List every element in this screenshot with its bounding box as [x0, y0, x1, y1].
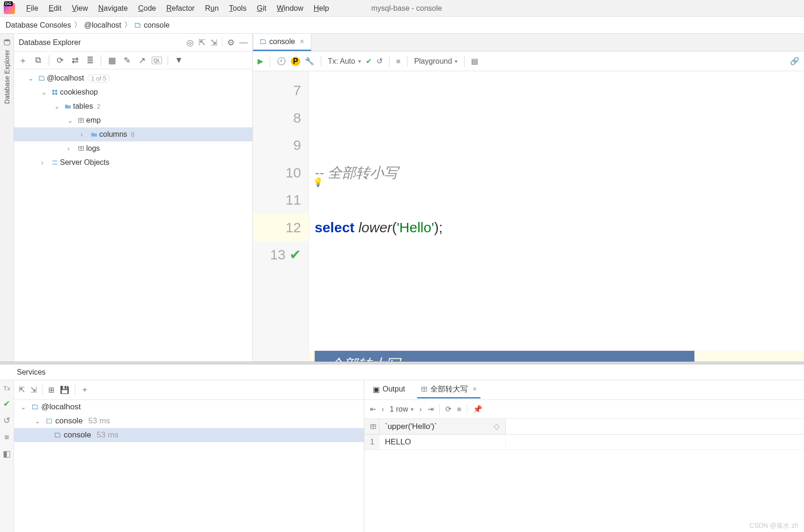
tree-server-objects[interactable]: › Server Objects	[14, 155, 252, 170]
expand-all-icon[interactable]: ⇱	[19, 385, 25, 394]
table-row[interactable]: 1 HELLO	[364, 435, 804, 450]
tree-columns[interactable]: › columns 8	[14, 127, 252, 141]
menu-help[interactable]: Help	[309, 2, 334, 15]
chevron-down-icon: ⌄	[67, 117, 76, 124]
edit-icon[interactable]: ✎	[122, 55, 132, 66]
rollback-icon[interactable]: ↺	[376, 57, 383, 66]
table-icon[interactable]: ▦	[107, 55, 117, 66]
stack-icon[interactable]: ≣	[85, 55, 95, 66]
jump-icon[interactable]: ↗	[137, 55, 147, 66]
rows-dropdown[interactable]: 1 row	[390, 405, 413, 414]
menu-view[interactable]: View	[67, 2, 92, 15]
main-menu: File Edit View Navigate Code Refactor Ru…	[22, 2, 334, 15]
code-lines[interactable]: -- 全部转小写 select lower('Hello'); 💡 -- 全部转…	[309, 71, 804, 362]
close-icon[interactable]: ×	[472, 385, 477, 393]
menu-run[interactable]: Run	[200, 2, 223, 15]
chevron-down-icon: ⌄	[54, 103, 63, 110]
tx-label[interactable]: Tx	[3, 385, 10, 392]
code-editor[interactable]: 7 8 9 10 11 12 13✔ -- 全部转小写 select lower…	[253, 71, 804, 362]
check-icon[interactable]: ✔	[3, 399, 10, 409]
menu-refactor[interactable]: Refactor	[162, 2, 199, 15]
tx-mode-dropdown[interactable]: Tx: Auto	[328, 57, 361, 66]
stop-icon[interactable]: ■	[396, 57, 401, 66]
results-panel: ▣ Output 全部转大写 × ⇤ ‹ 1 row › ⇥ ⟳ ■ 📌	[364, 380, 804, 532]
filter-icon[interactable]: ▼	[174, 55, 184, 65]
tree-table-emp[interactable]: ⌄ emp	[14, 113, 252, 127]
result-tabs: ▣ Output 全部转大写 ×	[364, 380, 804, 400]
pin-icon[interactable]: 📌	[473, 405, 482, 414]
grid-corner[interactable]	[364, 419, 379, 434]
svg-rect-9	[47, 419, 52, 423]
bc-console[interactable]: console	[144, 21, 170, 30]
services-title[interactable]: Services	[0, 364, 804, 380]
menu-window[interactable]: Window	[272, 2, 308, 15]
tab-output[interactable]: ▣ Output	[369, 382, 409, 398]
gear-icon[interactable]: ⚙	[227, 37, 235, 48]
grid-icon[interactable]: ⊞	[48, 385, 54, 394]
tab-console[interactable]: console ×	[253, 34, 311, 51]
session-dropdown[interactable]: Playground	[414, 57, 457, 66]
wrench-icon[interactable]: 🔧	[305, 57, 314, 66]
revert-icon[interactable]: ↺	[3, 415, 10, 426]
services-console-group[interactable]: ⌄ console 53 ms	[14, 414, 364, 428]
table-logs-label: logs	[86, 144, 100, 153]
menu-edit[interactable]: Edit	[44, 2, 66, 15]
reload-icon[interactable]: ⟳	[445, 405, 451, 414]
database-icon[interactable]	[3, 38, 11, 46]
tree-schema[interactable]: ⌄ cookieshop	[14, 85, 252, 99]
copy-icon[interactable]: ⧉	[33, 55, 43, 65]
minimize-icon[interactable]: —	[239, 37, 248, 48]
services-host[interactable]: ⌄ @localhost	[14, 400, 364, 414]
menubar: File Edit View Navigate Code Refactor Ru…	[0, 0, 804, 17]
first-page-icon[interactable]: ⇤	[370, 405, 376, 414]
stop-icon[interactable]: ■	[457, 405, 462, 414]
services-rail: Tx ✔ ↺ ■ ◧	[0, 380, 14, 532]
column-header[interactable]: `upper('Hello')` ◇	[379, 419, 506, 434]
breadcrumb: Database Consoles 〉 @localhost 〉 console	[0, 17, 804, 34]
side-rail-label[interactable]: Database Explorer	[3, 50, 11, 104]
menu-git[interactable]: Git	[252, 2, 271, 15]
result-grid[interactable]: `upper('Hello')` ◇ 1 HELLO	[364, 419, 804, 450]
sync-icon[interactable]: ⇄	[70, 55, 80, 66]
save-icon[interactable]: 💾	[60, 385, 69, 394]
menu-tools[interactable]: Tools	[224, 2, 251, 15]
layout-icon[interactable]: ▤	[471, 57, 478, 66]
bc-root[interactable]: Database Consoles	[6, 21, 71, 30]
compare-icon[interactable]: ◧	[3, 449, 11, 459]
refresh-icon[interactable]: ⟳	[55, 55, 65, 66]
tree-table-logs[interactable]: › logs	[14, 141, 252, 155]
next-page-icon[interactable]: ›	[419, 405, 421, 414]
commit-icon[interactable]: ✔	[366, 57, 372, 66]
table-icon	[370, 423, 376, 430]
services-console-item[interactable]: console 53 ms	[14, 428, 364, 442]
last-page-icon[interactable]: ⇥	[428, 405, 434, 414]
menu-code[interactable]: Code	[133, 2, 161, 15]
prev-page-icon[interactable]: ‹	[382, 405, 384, 414]
menu-file[interactable]: File	[22, 2, 43, 15]
add-icon[interactable]: ＋	[81, 385, 89, 395]
ql-icon[interactable]: QL	[152, 57, 162, 64]
plan-icon[interactable]: P	[291, 57, 300, 66]
chevron-right-icon: ›	[81, 131, 89, 138]
tree-tables[interactable]: ⌄ tables 2	[14, 99, 252, 113]
bulb-icon[interactable]: 💡	[313, 174, 323, 191]
tree-host[interactable]: ⌄ @localhost 1 of 5	[14, 71, 252, 85]
comment-lower: -- 全部转小写	[315, 165, 398, 180]
collapse-icon[interactable]: ⇲	[210, 37, 217, 48]
close-icon[interactable]: ×	[300, 37, 304, 46]
collapse-all-icon[interactable]: ⇲	[30, 385, 37, 394]
add-icon[interactable]: ＋	[18, 55, 28, 66]
history-icon[interactable]: 🕘	[277, 57, 286, 66]
server-objects-label: Server Objects	[60, 158, 110, 167]
target-icon[interactable]: ◎	[186, 37, 194, 48]
run-button[interactable]: ▶	[258, 57, 263, 66]
cell-value[interactable]: HELLO	[379, 435, 506, 450]
svg-rect-2	[55, 90, 57, 92]
sort-icon[interactable]: ◇	[494, 421, 500, 431]
link-icon[interactable]: 🔗	[790, 57, 799, 66]
bc-host[interactable]: @localhost	[84, 21, 121, 30]
stop-icon[interactable]: ■	[4, 432, 9, 442]
expand-icon[interactable]: ⇱	[199, 37, 206, 48]
menu-navigate[interactable]: Navigate	[94, 2, 133, 15]
tab-result[interactable]: 全部转大写 ×	[417, 382, 480, 399]
